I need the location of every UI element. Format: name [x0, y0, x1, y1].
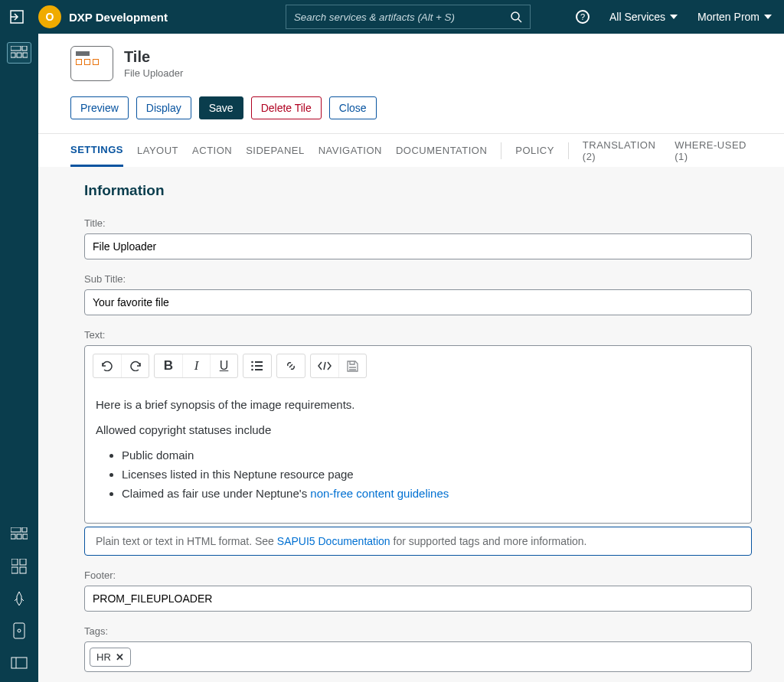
nav-toggle-icon[interactable]	[0, 0, 34, 34]
tag-hr[interactable]: HR ✕	[90, 648, 131, 667]
svg-rect-18	[14, 623, 24, 638]
rich-text-editor[interactable]: B I U	[84, 345, 752, 524]
link-icon[interactable]	[277, 354, 305, 377]
svg-rect-13	[23, 534, 28, 539]
tile-icon	[70, 46, 113, 81]
svg-rect-20	[11, 658, 27, 668]
tabs: SETTINGS LAYOUT ACTION SIDEPANEL NAVIGAT…	[38, 133, 784, 167]
search-input[interactable]	[294, 11, 510, 23]
text-label: Text:	[84, 329, 752, 341]
delete-tile-button[interactable]: Delete Tile	[251, 96, 322, 119]
rte-bullet: Licenses listed in this Neptune resource…	[122, 468, 740, 481]
tags-input[interactable]: HR ✕	[84, 641, 752, 672]
rte-content-area[interactable]: Here is a brief synopsis of the image re…	[85, 386, 751, 523]
page-subtitle: File Uploader	[124, 67, 183, 79]
svg-rect-8	[23, 53, 28, 57]
top-right-menu: ? All Services Morten Prom	[576, 10, 772, 24]
undo-icon[interactable]	[93, 354, 121, 377]
svg-line-28	[324, 362, 325, 370]
title-label: Title:	[84, 217, 752, 229]
tab-sidepanel[interactable]: SIDEPANEL	[246, 134, 305, 167]
italic-icon[interactable]: I	[182, 354, 210, 377]
code-icon[interactable]	[311, 354, 338, 377]
rail-device-icon[interactable]	[8, 621, 31, 641]
svg-point-19	[18, 629, 21, 632]
doc-link[interactable]: SAPUI5 Documentation	[277, 535, 390, 547]
tab-translation[interactable]: TRANSLATION (2)	[583, 134, 661, 167]
top-bar: O DXP Development ? All Services Morten …	[0, 0, 784, 34]
rte-allowed: Allowed copyright statuses include	[96, 423, 740, 436]
list-icon[interactable]	[243, 354, 271, 377]
subtitle-input[interactable]	[84, 289, 752, 315]
footer-input[interactable]	[84, 586, 752, 612]
svg-rect-4	[11, 46, 21, 51]
bold-icon[interactable]: B	[155, 354, 182, 377]
rte-intro: Here is a brief synopsis of the image re…	[96, 398, 740, 411]
page-title: Tile	[124, 48, 183, 66]
side-rail	[0, 34, 38, 682]
svg-line-3	[518, 19, 521, 22]
info-strip: Plain text or text in HTML format. See S…	[84, 527, 752, 556]
svg-rect-5	[22, 46, 27, 51]
section-title: Information	[84, 182, 752, 199]
rte-bullet: Claimed as fair use under Neptune's non-…	[122, 487, 740, 500]
preview-button[interactable]: Preview	[70, 96, 129, 119]
tab-policy[interactable]: POLICY	[515, 134, 554, 167]
chevron-down-icon	[764, 15, 772, 19]
all-services-menu[interactable]: All Services	[609, 11, 678, 23]
footer-label: Footer:	[84, 569, 752, 581]
rte-toolbar: B I U	[85, 346, 751, 386]
tab-where-used[interactable]: WHERE-USED (1)	[675, 134, 752, 167]
svg-rect-6	[11, 53, 15, 57]
save-rte-icon[interactable]	[338, 354, 366, 377]
user-menu[interactable]: Morten Prom	[697, 11, 772, 23]
tab-documentation[interactable]: DOCUMENTATION	[396, 134, 487, 167]
svg-rect-16	[11, 567, 18, 573]
display-button[interactable]: Display	[136, 96, 191, 119]
tab-action[interactable]: ACTION	[192, 134, 232, 167]
redo-icon[interactable]	[121, 354, 149, 377]
rail-grid-icon[interactable]	[8, 556, 31, 576]
svg-rect-12	[17, 534, 21, 539]
svg-rect-7	[17, 53, 21, 57]
rail-app1-icon[interactable]	[8, 524, 31, 544]
all-services-label: All Services	[609, 11, 665, 23]
rte-bullet: Public domain	[122, 449, 740, 462]
tag-label: HR	[96, 651, 111, 663]
chevron-down-icon	[670, 15, 678, 19]
app-logo: O	[38, 5, 61, 28]
save-button[interactable]: Save	[199, 96, 243, 119]
svg-point-27	[251, 369, 253, 371]
svg-point-25	[251, 361, 253, 364]
svg-rect-14	[11, 559, 18, 565]
main-content: Tile File Uploader Preview Display Save …	[38, 34, 784, 682]
svg-rect-15	[20, 559, 26, 565]
svg-point-26	[251, 365, 253, 367]
help-icon[interactable]: ?	[576, 10, 590, 24]
rail-rocket-icon[interactable]	[8, 589, 31, 609]
title-input[interactable]	[84, 233, 752, 259]
user-name-label: Morten Prom	[697, 11, 760, 23]
tab-settings[interactable]: SETTINGS	[70, 134, 123, 167]
guidelines-link[interactable]: non-free content guidelines	[310, 487, 449, 500]
underline-icon[interactable]: U	[210, 354, 237, 377]
close-button[interactable]: Close	[329, 96, 377, 119]
subtitle-label: Sub Title:	[84, 273, 752, 285]
svg-rect-17	[20, 567, 26, 573]
rail-panel-icon[interactable]	[8, 653, 31, 673]
app-title: DXP Development	[69, 11, 168, 24]
rail-tiles-icon[interactable]	[8, 43, 31, 63]
svg-rect-10	[22, 527, 27, 532]
tags-label: Tags:	[84, 625, 752, 637]
search-icon	[510, 11, 522, 23]
tab-layout[interactable]: LAYOUT	[137, 134, 178, 167]
svg-point-2	[511, 12, 519, 20]
tag-remove-icon[interactable]: ✕	[116, 651, 124, 663]
global-search[interactable]	[286, 5, 531, 29]
svg-rect-11	[11, 534, 15, 539]
svg-rect-9	[11, 527, 21, 532]
tab-navigation[interactable]: NAVIGATION	[318, 134, 382, 167]
